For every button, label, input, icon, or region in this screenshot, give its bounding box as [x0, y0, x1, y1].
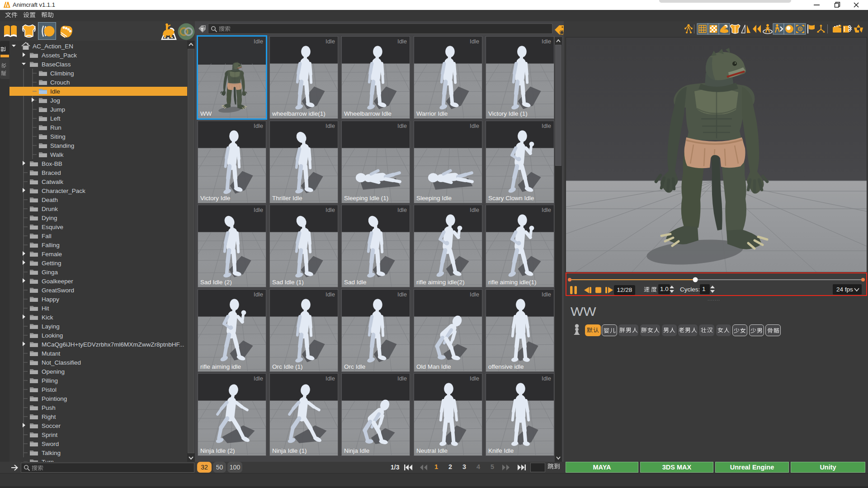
svg-text:GreatSword: GreatSword	[42, 287, 74, 294]
svg-text:Left: Left	[50, 115, 61, 122]
svg-text:Sprint: Sprint	[42, 432, 58, 438]
svg-text:Sword: Sword	[42, 441, 59, 447]
svg-text:Soccer: Soccer	[42, 422, 61, 429]
svg-text:Right: Right	[42, 413, 56, 420]
svg-text:Box-BB: Box-BB	[42, 160, 62, 167]
svg-text:Death: Death	[42, 197, 58, 203]
svg-text:Character_Pack: Character_Pack	[42, 188, 85, 194]
svg-text:Not_Classified: Not_Classified	[42, 359, 81, 366]
svg-text:Pistol: Pistol	[42, 386, 57, 393]
svg-text:Assets_Pack: Assets_Pack	[42, 52, 77, 59]
svg-text:Fall: Fall	[42, 233, 52, 239]
svg-text:Idle: Idle	[50, 88, 60, 95]
svg-text:Opening: Opening	[42, 368, 65, 375]
svg-text:Mutant: Mutant	[42, 350, 61, 357]
svg-text:Run: Run	[50, 124, 61, 131]
svg-text:Walk: Walk	[50, 151, 64, 158]
svg-text:Goalkeeper: Goalkeeper	[42, 278, 73, 285]
svg-text:Dying: Dying	[42, 215, 57, 221]
svg-text:AC_Action_EN: AC_Action_EN	[33, 43, 73, 50]
svg-text:Push: Push	[42, 404, 56, 411]
svg-text:Crouch: Crouch	[50, 79, 70, 86]
svg-text:Siting: Siting	[50, 133, 66, 140]
svg-text:Falling: Falling	[42, 242, 60, 249]
svg-text:Esquive: Esquive	[42, 224, 63, 230]
svg-text:Jog: Jog	[50, 97, 60, 104]
svg-text:Ginga: Ginga	[42, 269, 58, 276]
svg-text:Climbing: Climbing	[50, 70, 74, 77]
svg-text:Drunk: Drunk	[42, 206, 58, 212]
svg-text:Looking: Looking	[42, 332, 63, 339]
svg-text:Turn: Turn	[42, 459, 54, 462]
svg-text:Braced: Braced	[42, 169, 61, 176]
svg-text:Standing: Standing	[50, 142, 74, 149]
svg-text:Catwalk: Catwalk	[42, 178, 63, 185]
svg-text:Pointiong: Pointiong	[42, 395, 67, 402]
svg-text:Pilling: Pilling	[42, 377, 58, 384]
svg-text:Talking: Talking	[42, 450, 61, 456]
svg-text:Jump: Jump	[50, 106, 65, 113]
svg-text:BaseClass: BaseClass	[42, 61, 71, 68]
svg-text:Female: Female	[42, 251, 62, 258]
svg-text:Laying: Laying	[42, 323, 60, 330]
svg-text:Kick: Kick	[42, 314, 53, 321]
svg-text:Hit: Hit	[42, 305, 49, 312]
svg-text:Getting: Getting	[42, 260, 61, 267]
svg-text:MCaQg6iJH+tyEDVzrbhx7ml6MXmZww: MCaQg6iJH+tyEDVzrbhx7ml6MXmZwwZr8ptnbHF.…	[42, 341, 184, 348]
svg-text:Happy: Happy	[42, 296, 59, 303]
